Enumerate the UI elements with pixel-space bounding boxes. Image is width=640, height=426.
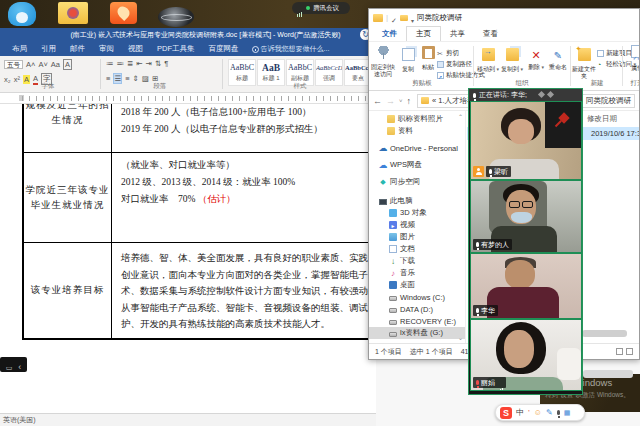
character-border-icon[interactable]: A: [63, 59, 72, 70]
scroll-down-icon[interactable]: ⌄: [458, 334, 463, 341]
sort-icon[interactable]: ⇅: [155, 59, 161, 68]
tab-references[interactable]: 引用: [34, 42, 63, 56]
explorer-title-bar[interactable]: | 同类院校调研: [369, 9, 639, 26]
align-right-icon[interactable]: ≡: [125, 74, 129, 83]
sidebar-item-videos[interactable]: 视频: [369, 219, 465, 231]
tab-pdf-tools[interactable]: PDF工具集: [150, 42, 202, 56]
tab-view[interactable]: 视图: [121, 42, 150, 56]
horizontal-scrollbar[interactable]: [582, 330, 627, 337]
meeting-status-pill[interactable]: 腾讯会议: [292, 2, 350, 14]
sidebar-item-onedrive[interactable]: OneDrive - Personal: [369, 142, 465, 154]
scrollbar-thumb[interactable]: [583, 370, 633, 378]
style-item[interactable]: AaB 标题 1: [257, 59, 285, 86]
sidebar-item-drive-d[interactable]: DATA (D:): [369, 303, 465, 315]
sogou-input-bar[interactable]: S 中: [495, 404, 585, 421]
align-center-icon[interactable]: ☰: [113, 73, 122, 84]
sidebar-item-music[interactable]: 音乐: [369, 267, 465, 279]
sidebar-item-folder[interactable]: 职称资料照片: [369, 113, 465, 125]
menu-view[interactable]: 查看: [474, 27, 507, 41]
tab-baidu-netdisk[interactable]: 百度网盘: [202, 42, 246, 56]
tab-mailings[interactable]: 邮件: [63, 42, 92, 56]
chinese-mode-toggle[interactable]: 中: [516, 407, 524, 418]
properties-button[interactable]: 属性: [625, 45, 640, 72]
menu-home[interactable]: 主页: [406, 26, 441, 41]
sidebar-item-drive-g[interactable]: lx资料盘 (G:): [369, 327, 465, 339]
superscript-icon[interactable]: x²: [14, 75, 20, 84]
pilcrow-icon[interactable]: ¶: [164, 59, 168, 68]
view-toggle-icons[interactable]: [616, 348, 633, 355]
document-page[interactable]: 规模及近三年的招 生情况 2018 年 200 人（电子信息100+应用电子 1…: [0, 104, 376, 413]
shrink-font-icon[interactable]: A˅: [38, 60, 47, 69]
flame-icon[interactable]: [110, 2, 137, 24]
table-row[interactable]: 学院近三年该专业 毕业生就业情况 （就业率、对口就业率等） 2012 级、201…: [24, 153, 376, 243]
highlight-color-icon[interactable]: A: [23, 75, 30, 84]
tab-review[interactable]: 审阅: [92, 42, 121, 56]
subscript-icon[interactable]: x₂: [4, 75, 11, 84]
ruler[interactable]: [0, 93, 376, 104]
keyboard-icon[interactable]: [564, 408, 571, 417]
bullet-list-icon[interactable]: ≔: [106, 59, 114, 68]
word-status-bar[interactable]: 英语(美国): [0, 413, 376, 426]
table-cell-content[interactable]: 2018 年 200 人（电子信息100+应用电子 100） 2019 年 20…: [112, 104, 376, 152]
floating-toolbar[interactable]: [0, 357, 27, 372]
copy-path-button[interactable]: 复制路径: [437, 60, 472, 69]
align-left-icon[interactable]: ≡: [106, 74, 110, 83]
folder-icon[interactable]: [400, 15, 408, 21]
style-item[interactable]: AaBbC 标题: [228, 59, 256, 86]
thumbnail-view-icon[interactable]: [626, 348, 633, 355]
menu-file[interactable]: 文件: [373, 27, 406, 41]
table-cell-label[interactable]: 学院近三年该专业 毕业生就业情况: [24, 153, 112, 242]
sidebar-item-drive-c[interactable]: Windows (C:): [369, 291, 465, 303]
style-item[interactable]: AaBbCcD 强调: [315, 59, 343, 86]
tab-layout[interactable]: 布局: [5, 42, 34, 56]
change-case-icon[interactable]: Aa: [51, 60, 60, 69]
sidebar-item-pictures[interactable]: 图片: [369, 231, 465, 243]
qq-icon[interactable]: [8, 2, 36, 26]
paragraph-controls-row1[interactable]: ≔ ≕ ≣ ⇤ ⇥ ⇅ ¶: [106, 59, 171, 68]
chevron-down-icon[interactable]: [411, 9, 414, 27]
collapse-icons[interactable]: [539, 92, 553, 97]
shading-icon[interactable]: ▨: [142, 74, 149, 83]
multilevel-list-icon[interactable]: ≣: [127, 59, 133, 68]
sidebar-item-downloads[interactable]: 下载: [369, 255, 465, 267]
copy-to-button[interactable]: 复制到: [500, 45, 524, 73]
window-icon[interactable]: [6, 356, 13, 374]
recent-locations-icon[interactable]: ˅: [399, 98, 403, 104]
rename-button[interactable]: 重命名: [546, 45, 570, 71]
grow-font-icon[interactable]: A˄: [26, 60, 35, 69]
back-icon[interactable]: ←: [373, 96, 382, 106]
sidebar-item-documents[interactable]: 文档: [369, 243, 465, 255]
scroll-up-icon[interactable]: ⌃: [458, 113, 463, 120]
table-cell-content[interactable]: （就业率、对口就业率等） 2012 级、2013 级、2014 级：就业率 10…: [112, 153, 376, 242]
table-cell-label[interactable]: 规模及近三年的招 生情况: [24, 104, 112, 152]
back-icon[interactable]: [18, 356, 21, 374]
sidebar-item-3d-objects[interactable]: 3D 对象: [369, 207, 465, 219]
menu-share[interactable]: 共享: [441, 27, 474, 41]
delete-button[interactable]: 删除: [524, 45, 548, 71]
table-row[interactable]: 规模及近三年的招 生情况 2018 年 200 人（电子信息100+应用电子 1…: [24, 104, 376, 153]
move-to-button[interactable]: 移动到: [476, 45, 500, 73]
column-header-modified[interactable]: 修改日期: [587, 114, 617, 124]
sidebar-item-desktop[interactable]: 桌面: [369, 279, 465, 291]
video-tile-participant-4[interactable]: 丽娟: [470, 319, 582, 391]
details-view-icon[interactable]: [616, 348, 623, 355]
voice-icon[interactable]: [557, 410, 560, 415]
media-folder-icon[interactable]: [58, 2, 88, 24]
quick-access-check-icon[interactable]: [391, 9, 397, 27]
new-folder-button[interactable]: 新建文件夹: [572, 45, 596, 79]
table-cell-label[interactable]: 该专业培养目标: [24, 243, 112, 338]
sidebar-item-this-pc[interactable]: 此电脑: [369, 195, 465, 207]
address-current-folder[interactable]: 同类院校调研: [586, 96, 631, 106]
sidebar-item-folder[interactable]: 资料: [369, 125, 465, 137]
font-color-icon[interactable]: A: [33, 74, 38, 85]
number-list-icon[interactable]: ≕: [117, 59, 125, 68]
pin-to-quick-access-button[interactable]: 固定到快速访问: [371, 45, 395, 77]
decrease-indent-icon[interactable]: ⇤: [136, 59, 142, 68]
table-cell-content[interactable]: 培养德、智、体、美全面发展，具有良好的职业素质、实践能力 创业意识，面向本专业方…: [112, 243, 376, 338]
video-tile-participant-1[interactable]: 梁昕: [470, 101, 582, 180]
sidebar-item-sync-space[interactable]: 同步空间: [369, 176, 465, 188]
cut-button[interactable]: 剪切: [437, 49, 459, 58]
line-spacing-icon[interactable]: ⇕: [133, 74, 139, 83]
table-row[interactable]: 该专业培养目标 培养德、智、体、美全面发展，具有良好的职业素质、实践能力 创业意…: [24, 243, 376, 338]
forward-icon[interactable]: →: [386, 96, 395, 106]
